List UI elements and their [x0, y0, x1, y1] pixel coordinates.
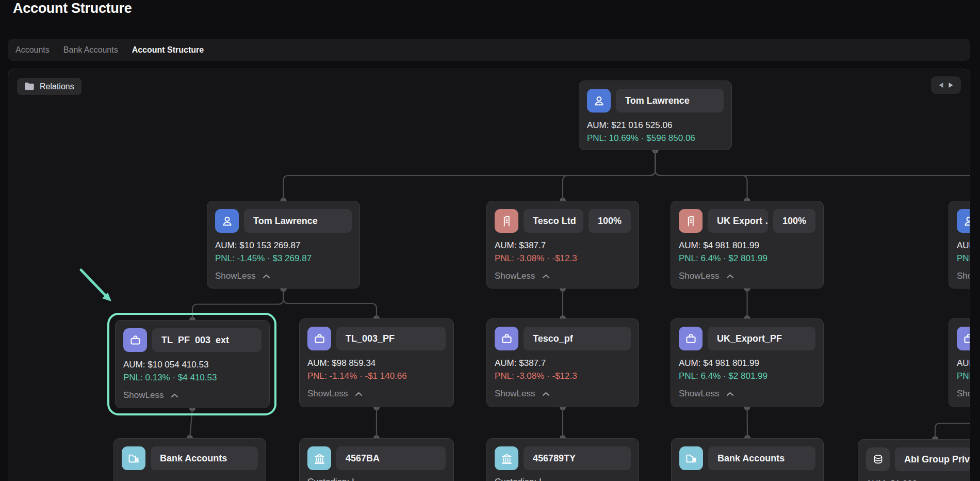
chevron-up-icon [542, 274, 550, 279]
show-less-toggle[interactable]: ShowLess [215, 271, 352, 281]
share-badge: 100% [773, 209, 815, 233]
chevron-up-icon [171, 393, 178, 398]
pnl-value: PNL: 0.13% · $4 410.53 [123, 372, 262, 383]
aum-value: AUM: $4 981 801.99 [679, 358, 815, 369]
show-less-toggle[interactable]: ShowLess [123, 390, 262, 400]
show-less-toggle[interactable]: ShowLess [307, 389, 446, 399]
pnl-value: PNL: 10.69% · $596 850.06 [587, 133, 724, 144]
node-abi[interactable]: Abi Group PrivatAUM: $1 000 [858, 439, 970, 481]
portfolio-icon [307, 327, 331, 350]
node-title: 4567BA [336, 446, 446, 470]
aum-value: AUM: $387.7 [495, 240, 631, 251]
company-icon [679, 209, 703, 233]
node-tl2[interactable]: Tom LawrenceAUM: $10 153 269.87PNL: -1.4… [207, 201, 360, 288]
node-b4567ba[interactable]: 4567BACustodian: I [299, 438, 454, 481]
portfolio-icon [495, 327, 518, 350]
pager-control [931, 76, 961, 94]
node-title: UK Export … [708, 209, 768, 233]
chevron-up-icon [263, 274, 270, 279]
node-b456789ty[interactable]: 456789TYCustodian: I [486, 438, 639, 481]
node-title: Bank Accounts [708, 446, 815, 470]
node-bank1[interactable]: Bank Accounts [113, 438, 266, 481]
chevron-up-icon [726, 274, 734, 279]
node-subtext: Custodian: I [307, 476, 446, 481]
portfolio-icon [123, 328, 147, 352]
show-less-label: ShowLess [495, 389, 535, 399]
person-icon [215, 209, 239, 233]
person-icon [957, 209, 970, 233]
aum-value: AUM: $4 981 801.99 [679, 240, 815, 251]
chevron-up-icon [726, 392, 734, 396]
bank-icon [307, 446, 331, 470]
aum-value: AUM: [957, 240, 970, 251]
aum-value: AUM: $98 859.34 [307, 358, 446, 369]
show-less-label: ShowLess [957, 389, 970, 399]
node-title: Tom Lawrence [616, 89, 724, 113]
show-less-label: ShowLess [495, 271, 535, 281]
node-title: UK_Export_PF [708, 327, 815, 350]
show-less-label: ShowLess [123, 390, 164, 400]
tab-account-structure[interactable]: Account Structure [132, 45, 204, 55]
show-less-toggle[interactable]: ShowLess [495, 389, 631, 399]
aum-value: AUM: $21 016 525.06 [587, 120, 724, 131]
aum-value: AUM: $1 000 [866, 478, 970, 481]
chevron-up-icon [542, 392, 550, 396]
chevron-up-icon [355, 392, 363, 396]
aum-value: AUM: $10 054 410.53 [123, 359, 262, 371]
show-less-toggle[interactable]: ShowLess [679, 389, 815, 399]
show-less-toggle[interactable]: ShowLess [679, 271, 815, 281]
show-less-label: ShowLess [957, 271, 970, 281]
relations-canvas: Tom LawrenceAUM: $21 016 525.06PNL: 10.6… [8, 69, 970, 481]
portfolio-icon [957, 327, 970, 350]
pnl-value: PNL: -3.08% · -$12.3 [495, 371, 631, 382]
pnl-value: PNL: 6.4% · $2 801.99 [679, 253, 815, 264]
aum-value: AUM: $10 153 269.87 [215, 240, 352, 251]
show-less-label: ShowLess [215, 271, 255, 281]
pnl-value: PNL: -1.14% · -$1 140.66 [307, 371, 446, 382]
pnl-value: PNL: 6.4% · $2 801.99 [679, 371, 815, 382]
node-p3[interactable]: AUM:PNL:ShowLess [949, 318, 970, 407]
node-tlpf003ext[interactable]: TL_PF_003_extAUM: $10 054 410.53PNL: 0.1… [115, 320, 270, 408]
show-less-label: ShowLess [679, 271, 719, 281]
pnl-value: PNL: -1.45% · $3 269.87 [215, 253, 352, 264]
pan-right-button[interactable] [948, 82, 954, 89]
pnl-value: PNL: -3.08% · -$12.3 [495, 253, 631, 264]
coins-icon [866, 447, 890, 471]
node-ukexport[interactable]: UK Export …100%AUM: $4 981 801.99PNL: 6.… [671, 201, 824, 288]
pan-left-button[interactable] [938, 82, 944, 89]
portfolio-icon [679, 327, 703, 350]
bank-icon [495, 446, 518, 470]
node-title: Bank Accounts [151, 446, 258, 470]
show-less-label: ShowLess [679, 389, 719, 399]
folder-icon [24, 82, 35, 91]
pnl-value: PNL: [957, 253, 970, 264]
node-p2[interactable]: AUM:PNL:ShowLess [949, 201, 970, 288]
node-tesco[interactable]: Tesco Ltd100%AUM: $387.7PNL: -3.08% · -$… [486, 201, 639, 288]
node-title: Tesco_pf [524, 327, 631, 350]
tab-bank-accounts[interactable]: Bank Accounts [63, 45, 118, 55]
node-root[interactable]: Tom LawrenceAUM: $21 016 525.06PNL: 10.6… [579, 81, 732, 150]
company-icon [495, 209, 518, 233]
share-badge: 100% [589, 209, 631, 233]
node-tescopf[interactable]: Tesco_pfAUM: $387.7PNL: -3.08% · -$12.3S… [486, 318, 639, 407]
node-title: 456789TY [524, 446, 631, 470]
node-ukexportpf[interactable]: UK_Export_PFAUM: $4 981 801.99PNL: 6.4% … [671, 318, 824, 407]
relations-button[interactable]: Relations [17, 78, 81, 95]
show-less-toggle[interactable]: ShowLess [495, 271, 631, 281]
show-less-label: ShowLess [307, 389, 348, 399]
node-title: TL_003_PF [336, 327, 446, 350]
node-title: Tesco Ltd [524, 209, 583, 233]
show-less-toggle[interactable]: ShowLess [957, 389, 970, 399]
node-title: Tom Lawrence [244, 209, 352, 233]
bank-folder-icon [679, 446, 703, 470]
node-tl003pf[interactable]: TL_003_PFAUM: $98 859.34PNL: -1.14% · -$… [299, 318, 454, 407]
tab-accounts[interactable]: Accounts [15, 45, 50, 55]
page-title: Account Structure [13, 1, 132, 17]
node-title: Abi Group Privat [895, 447, 970, 471]
pnl-value: PNL: [957, 371, 970, 382]
bank-folder-icon [122, 446, 145, 470]
node-bank2[interactable]: Bank Accounts [671, 438, 824, 481]
node-title: TL_PF_003_ext [152, 328, 262, 352]
show-less-toggle[interactable]: ShowLess [957, 271, 970, 281]
aum-value: AUM: $387.7 [495, 358, 631, 369]
